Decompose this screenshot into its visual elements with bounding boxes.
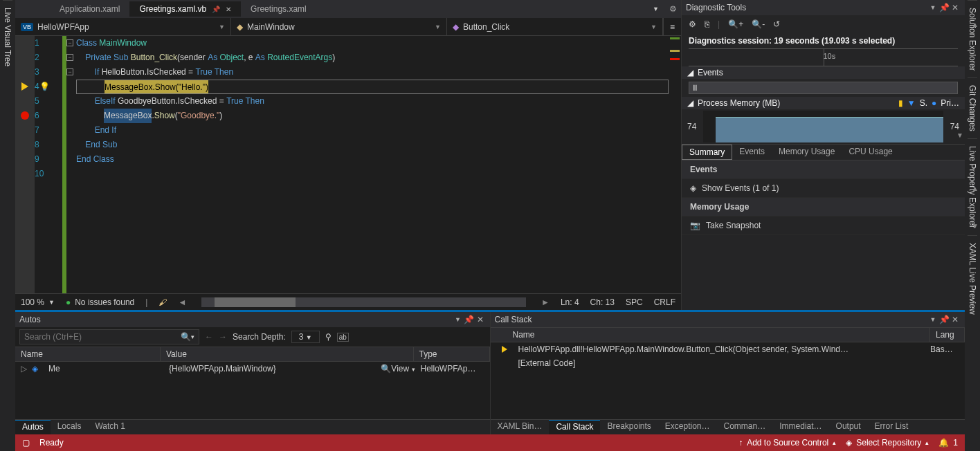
view-visualizer-button[interactable]: 🔍View ▾ bbox=[381, 364, 415, 374]
toggle-raw-view-icon[interactable]: ab bbox=[337, 333, 349, 342]
tab-overflow-dropdown[interactable]: ▼ bbox=[653, 6, 659, 12]
nav-scope-member[interactable]: ◆ Button_Click ▼ bbox=[447, 18, 663, 35]
time-ruler[interactable]: 10s bbox=[689, 48, 958, 66]
line-ending[interactable]: CRLF bbox=[654, 297, 675, 307]
events-section-header[interactable]: ◢ Events bbox=[682, 66, 965, 79]
search-depth-selector[interactable]: 3 ▼ bbox=[291, 331, 320, 343]
right-rail-tab[interactable]: Solution Explorer bbox=[968, 0, 977, 77]
expand-icon[interactable]: ▷ bbox=[21, 364, 32, 374]
doc-tab-application-xaml[interactable]: Application.xaml bbox=[50, 1, 129, 17]
horizontal-scrollbar[interactable] bbox=[201, 297, 526, 307]
fold-toggle-icon[interactable]: − bbox=[66, 68, 73, 75]
notifications-bell-icon[interactable]: 🔔1 bbox=[938, 438, 958, 448]
col-lang[interactable]: Lang bbox=[930, 328, 965, 342]
call-stack-frame[interactable]: HelloWPFApp.dll!HelloWPFApp.MainWindow.B… bbox=[491, 342, 965, 356]
pin-icon[interactable]: 📌 bbox=[464, 315, 475, 324]
live-visual-tree-tab[interactable]: Live Visual Tree bbox=[3, 0, 12, 73]
tool-window-tab[interactable]: Breakpoints bbox=[600, 420, 657, 434]
tool-window-tab[interactable]: Call Stack bbox=[549, 420, 600, 434]
call-stack-frame[interactable]: [External Code] bbox=[491, 356, 965, 370]
breakpoint-icon[interactable] bbox=[21, 111, 29, 120]
breakpoint-gutter[interactable] bbox=[15, 36, 35, 293]
code-line[interactable]: End Sub bbox=[76, 138, 669, 152]
tool-window-tab[interactable]: Watch 1 bbox=[88, 420, 132, 434]
zoom-level[interactable]: 100 % ▼ bbox=[21, 297, 55, 307]
fold-toggle-icon[interactable]: − bbox=[66, 39, 73, 46]
search-prev-icon[interactable]: ← bbox=[205, 332, 213, 342]
col-type[interactable]: Type bbox=[414, 347, 490, 361]
lightbulb-icon[interactable]: 💡 bbox=[39, 80, 50, 94]
doc-tab-greetings-xaml[interactable]: Greetings.xaml bbox=[241, 1, 316, 17]
code-editor[interactable]: 1234 💡5678910 −−− Class MainWindow Priva… bbox=[15, 36, 681, 293]
tool-window-tab[interactable]: Output bbox=[829, 420, 868, 434]
settings-gear-icon[interactable]: ⚙ bbox=[664, 4, 681, 14]
tool-window-tab[interactable]: Comman… bbox=[717, 420, 773, 434]
scroll-down-icon[interactable]: ▼ bbox=[972, 222, 979, 230]
pin-icon[interactable]: 📌 bbox=[938, 3, 950, 12]
search-icon[interactable]: 🔍 bbox=[181, 332, 191, 342]
col-name[interactable]: Name bbox=[15, 347, 161, 361]
tool-window-tab[interactable]: Error List bbox=[868, 420, 916, 434]
code-line[interactable]: If HelloButton.IsChecked = True Then bbox=[76, 65, 669, 80]
diagnostic-tab[interactable]: Events bbox=[732, 145, 772, 160]
code-line[interactable]: ElseIf GoodbyeButton.IsChecked = True Th… bbox=[76, 94, 669, 109]
diagnostic-tab[interactable]: Memory Usage bbox=[772, 145, 842, 160]
col-value[interactable]: Value bbox=[161, 347, 414, 361]
add-to-source-control-button[interactable]: ↑ Add to Source Control ▴ bbox=[738, 438, 836, 448]
tool-window-tab[interactable]: Exception… bbox=[658, 420, 717, 434]
events-track[interactable]: ⏸ bbox=[689, 82, 958, 94]
take-snapshot-button[interactable]: 📷Take Snapshot▼ bbox=[682, 217, 965, 235]
right-rail-tab[interactable]: XAML Live Preview bbox=[968, 235, 977, 322]
pin-icon[interactable]: 📌 bbox=[938, 315, 950, 324]
select-tools-icon[interactable]: ⎘ bbox=[705, 19, 709, 29]
close-icon[interactable]: ✕ bbox=[226, 6, 231, 13]
memory-section-header[interactable]: ◢ Process Memory (MB) ▮ ▼S. ●Pri… bbox=[682, 97, 965, 109]
code-line[interactable]: MessageBox.Show("Hello.") bbox=[76, 80, 669, 94]
scroll-up-icon[interactable]: ▲ bbox=[972, 21, 979, 28]
right-rail-tab[interactable]: Git Changes bbox=[968, 77, 977, 138]
code-text-area[interactable]: Class MainWindow Private Sub Button_Clic… bbox=[76, 36, 669, 293]
close-icon[interactable]: ✕ bbox=[950, 315, 961, 324]
nav-scope-class[interactable]: ◆ MainWindow ▼ bbox=[231, 18, 447, 35]
search-next-icon[interactable]: → bbox=[219, 332, 227, 342]
split-editor-button[interactable]: ≡ bbox=[663, 18, 681, 35]
memory-graph[interactable] bbox=[703, 111, 943, 142]
nav-scope-project[interactable]: VB HelloWPFApp ▼ bbox=[15, 18, 231, 35]
issues-status[interactable]: ●No issues found bbox=[66, 297, 134, 307]
clean-button-icon[interactable]: 🖌 bbox=[158, 297, 167, 307]
close-icon[interactable]: ✕ bbox=[475, 315, 486, 324]
pin-icon[interactable]: 📌 bbox=[212, 6, 220, 13]
outlining-gutter[interactable]: −−− bbox=[66, 36, 76, 293]
close-icon[interactable]: ✕ bbox=[950, 3, 961, 12]
scroll-up-icon[interactable]: ▲ bbox=[972, 185, 979, 192]
zoom-in-icon[interactable]: 🔍+ bbox=[728, 19, 743, 29]
fold-toggle-icon[interactable]: − bbox=[66, 54, 73, 61]
indent-mode[interactable]: SPC bbox=[626, 297, 643, 307]
filter-icon[interactable]: ⚲ bbox=[325, 332, 332, 342]
show-events-link[interactable]: ◈Show Events (1 of 1)▲ bbox=[682, 179, 965, 198]
diagnostic-tab[interactable]: CPU Usage bbox=[842, 145, 899, 160]
window-position-dropdown[interactable]: ▼ bbox=[927, 4, 938, 11]
diagnostic-tab[interactable]: Summary bbox=[682, 145, 732, 160]
col-name[interactable]: Name bbox=[507, 328, 931, 342]
code-line[interactable]: Class MainWindow bbox=[76, 36, 669, 50]
tool-window-tab[interactable]: Locals bbox=[51, 420, 89, 434]
autos-search-input[interactable] bbox=[24, 332, 181, 342]
scroll-down-icon[interactable]: ▼ bbox=[956, 131, 963, 139]
settings-gear-icon[interactable]: ⚙ bbox=[689, 19, 696, 29]
autos-row-me[interactable]: ▷ ◈ Me {HelloWPFApp.MainWindow} 🔍View ▾ … bbox=[15, 362, 490, 376]
code-line[interactable]: MessageBox.Show("Goodbye.") bbox=[76, 109, 669, 123]
tool-window-tab[interactable]: Immediat… bbox=[772, 420, 828, 434]
tool-window-tab[interactable]: XAML Bin… bbox=[491, 420, 550, 434]
code-line[interactable] bbox=[76, 167, 669, 181]
tool-window-tab[interactable]: Autos bbox=[15, 420, 51, 434]
overview-ruler[interactable] bbox=[669, 36, 681, 293]
select-repository-button[interactable]: ◈ Select Repository ▴ bbox=[846, 438, 929, 448]
reset-view-icon[interactable]: ↺ bbox=[773, 19, 780, 29]
code-line[interactable]: End Class bbox=[76, 152, 669, 167]
code-line[interactable]: End If bbox=[76, 123, 669, 138]
autos-search-box[interactable]: 🔍▾ bbox=[19, 329, 199, 344]
window-position-dropdown[interactable]: ▼ bbox=[453, 316, 464, 323]
doc-tab-greetings-xaml-vb[interactable]: Greetings.xaml.vb 📌 ✕ bbox=[129, 1, 241, 17]
zoom-out-icon[interactable]: 🔍- bbox=[752, 19, 765, 29]
